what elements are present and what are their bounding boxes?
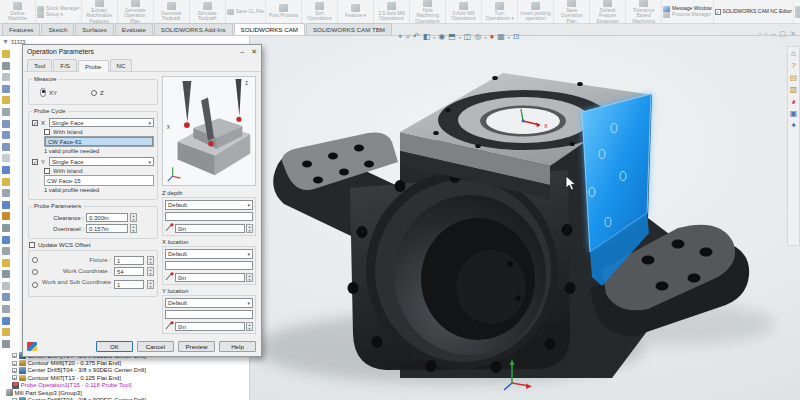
design-library-icon[interactable]: ▤	[789, 73, 799, 83]
spinner-control[interactable]: ▲▼	[246, 224, 253, 233]
measure-option-z[interactable]: Z	[91, 88, 104, 97]
feature-tree-item-icon[interactable]	[2, 259, 10, 267]
custom-properties-icon[interactable]: ▣	[789, 109, 799, 119]
location-value-input[interactable]	[165, 212, 253, 221]
face-list-item[interactable]: CW Face-15	[45, 176, 153, 186]
face-list-item[interactable]: CW Face-61	[45, 137, 153, 146]
tree-filter-icon[interactable]: ▼	[2, 38, 9, 45]
view-settings-icon[interactable]: ⊡	[513, 32, 520, 42]
feature-tree-item-icon[interactable]	[2, 143, 10, 151]
spinner-control[interactable]: ▲▼	[147, 280, 154, 289]
overtravel-input[interactable]: 0.157in	[86, 224, 128, 233]
tree-item[interactable]: Probe Operation1[T15 - 0.118 Probe Tool]	[0, 382, 249, 389]
tree-item[interactable]: +Center Drill5[T04 - 3/8 x 90DEG Center …	[0, 367, 249, 374]
feature-tree-item-icon[interactable]	[2, 224, 10, 232]
tab-solidworks-cam[interactable]: SOLIDWORKS CAM	[234, 23, 305, 35]
solidworks-forum-icon[interactable]: ✦	[789, 121, 799, 131]
dropdown-caret-icon[interactable]: ▾	[433, 35, 435, 40]
location-preset-select[interactable]: Default▾	[165, 298, 253, 308]
feature-tree-item-icon[interactable]	[2, 317, 10, 325]
tree-item[interactable]: +Center Drill6[T04 - 3/8 x 90DEG Center …	[0, 396, 249, 400]
expand-icon[interactable]: +	[12, 375, 17, 380]
location-value-input[interactable]	[165, 310, 253, 319]
sort-operations-button[interactable]: Sort Operations	[303, 2, 336, 22]
minimize-icon[interactable]: –	[772, 30, 776, 38]
tab-evaluate[interactable]: Evaluate	[115, 23, 153, 35]
location-preset-select[interactable]: Default▾	[165, 200, 253, 210]
apply-scene-icon[interactable]: ▦	[497, 32, 505, 42]
save-operation-plan-button[interactable]: Save Operation Plan	[555, 0, 588, 24]
close-icon[interactable]: ✕	[790, 30, 796, 38]
clearance-input[interactable]: 0.300in	[86, 213, 128, 222]
solidworks-resources-icon[interactable]: ?	[789, 61, 799, 71]
dialog-tab-tool[interactable]: Tool	[27, 59, 52, 71]
feature-tree-item-icon[interactable]	[2, 166, 10, 174]
feature-tree-item-icon[interactable]	[2, 73, 10, 81]
location-offset-input[interactable]: 0in	[175, 273, 245, 282]
edit-appearance-icon[interactable]: ●	[489, 32, 494, 42]
face-mode-select[interactable]: Single Face▾	[49, 118, 154, 127]
new-window-icon[interactable]: ▫	[759, 30, 761, 38]
axis-y-checkbox[interactable]: ✓	[32, 159, 38, 165]
wcs-value-input[interactable]: 54	[114, 267, 144, 276]
feature-tree-item-icon[interactable]	[2, 131, 10, 139]
generate-operation-plan-button[interactable]: Generate Operation Plan	[119, 0, 152, 24]
mill-25-axis-operations-button[interactable]: 2.5 Axis Mill Operations	[375, 2, 408, 22]
feature-tree-item-icon[interactable]	[2, 154, 10, 162]
feature-tree-item-icon[interactable]	[2, 50, 10, 58]
spinner-control[interactable]: ▲▼	[246, 273, 253, 282]
hide-show-items-icon[interactable]: ◎	[474, 32, 481, 42]
define-machine-button[interactable]: Define Machine	[1, 2, 34, 22]
face-mode-select[interactable]: Single Face▾	[49, 157, 154, 166]
dropdown-caret-icon[interactable]: ▾	[459, 35, 461, 40]
wcs-radio-icon[interactable]	[32, 269, 38, 275]
feature-tree-item-icon[interactable]	[2, 189, 10, 197]
feature-tree-item-icon[interactable]	[2, 282, 10, 290]
expand-icon[interactable]: +	[12, 353, 17, 358]
extract-machinable-features-button[interactable]: Extract Machinable Features	[83, 0, 116, 24]
location-preset-select[interactable]: Default▾	[165, 249, 253, 259]
axis-x-checkbox[interactable]: ✓	[32, 120, 38, 126]
dialog-close-icon[interactable]: ✕	[251, 48, 257, 56]
measure-option-xy[interactable]: XY	[40, 88, 57, 97]
publish-edrawings-button[interactable]: Publish eDrawings	[795, 12, 800, 18]
dropdown-caret-icon[interactable]: ▾	[508, 35, 510, 40]
help-button[interactable]: Help	[219, 341, 256, 352]
feature-tree-item-icon[interactable]	[2, 340, 10, 348]
preview-button[interactable]: Preview	[178, 341, 215, 352]
appearances-icon[interactable]: ◕	[789, 97, 799, 107]
spinner-control[interactable]: ▲▼	[147, 256, 154, 265]
post-process-button[interactable]: Post Process	[267, 4, 300, 18]
dynamic-annotation-icon[interactable]: ◉	[438, 32, 445, 42]
section-view-icon[interactable]: ◧	[423, 32, 431, 42]
feature-tree-item-icon[interactable]	[2, 120, 10, 128]
process-manager-button[interactable]: Process Manager	[663, 12, 711, 18]
dialog-titlebar[interactable]: Operation Parameters – ✕	[23, 45, 261, 58]
feature-tree-item-icon[interactable]	[2, 178, 10, 186]
wcs-value-input[interactable]: 1	[114, 256, 144, 265]
3d-viewport[interactable]: X	[250, 36, 800, 400]
feature-tree-item-icon[interactable]	[2, 305, 10, 313]
previous-view-icon[interactable]: ↶	[413, 32, 420, 42]
tree-item[interactable]: Mill Part Setup3 [Group3]	[0, 389, 249, 396]
nc-editor-checkbox-button[interactable]: ✓SOLIDWORKS CAM NC Editor	[715, 9, 792, 15]
face-listbox[interactable]: CW Face-61	[44, 136, 154, 147]
ok-button[interactable]: OK	[96, 341, 133, 352]
home-icon[interactable]: ⌂	[789, 49, 799, 59]
feature-tree-item-icon[interactable]	[2, 201, 10, 209]
tab-features[interactable]: Features	[2, 23, 40, 35]
feature-tree-item-icon[interactable]	[2, 293, 10, 301]
tab-sketch[interactable]: Sketch	[41, 23, 74, 35]
location-offset-input[interactable]: 0in	[175, 322, 245, 331]
feature-tree-item-icon[interactable]	[2, 247, 10, 255]
generate-toolpath-button[interactable]: Generate Toolpath	[155, 2, 188, 22]
tab-surfaces[interactable]: Surfaces	[75, 23, 113, 35]
zoom-to-fit-icon[interactable]: ⌖	[398, 32, 403, 42]
face-listbox[interactable]: CW Face-15	[44, 175, 154, 186]
dropdown-caret-icon[interactable]: ▾	[484, 35, 486, 40]
dialog-tab-nc[interactable]: NC	[110, 59, 133, 71]
spinner-control[interactable]: ▲▼	[130, 224, 137, 233]
mill-3-axis-operations-button[interactable]: 3 Axis Mill Operations	[447, 2, 480, 22]
feature-tree-item-icon[interactable]	[2, 212, 10, 220]
tree-item[interactable]: +Contour Mill6[T20 - 0.375 Flat End]	[0, 359, 249, 366]
